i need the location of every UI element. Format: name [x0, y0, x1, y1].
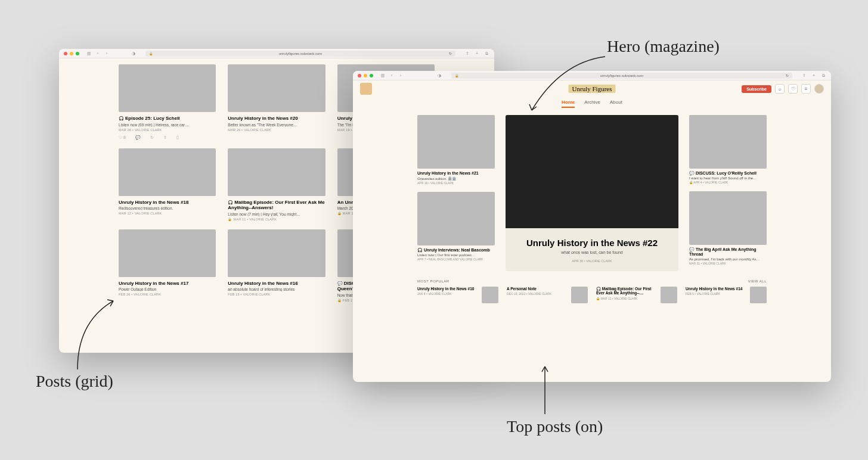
side-title: Unruly History in the News #21: [417, 171, 495, 176]
hero-side-card[interactable]: 💬 The Big April Ask Me Anything Thread A…: [689, 191, 767, 265]
side-thumbnail: [417, 192, 495, 245]
post-thumbnail: [119, 148, 216, 196]
lock-icon: 🔒: [228, 217, 232, 221]
popular-card[interactable]: Unruly History in the News #14 FEB 5 • V…: [686, 287, 767, 303]
comment-icon: 💬: [337, 281, 343, 285]
nav-forward-icon[interactable]: ›: [398, 73, 404, 77]
side-thumbnail: [417, 115, 495, 169]
restack-icon[interactable]: ↻: [150, 135, 154, 140]
side-meta: APR 7 • NEAL BASCOMB AND VALORIE CLARK: [417, 257, 495, 261]
popular-card[interactable]: Unruly History in the News #10 JAN 8 • V…: [417, 287, 498, 303]
like-button[interactable]: ♡ 8: [119, 135, 126, 140]
hero-right-column: 💬 DISCUSS: Lucy O'Reilly Schell I want t…: [689, 115, 767, 271]
headphones-icon: 🎧: [119, 116, 124, 120]
menu-icon[interactable]: ≡: [801, 84, 811, 94]
hero-side-card[interactable]: 🎧 Unruly Interviews: Neal Bascomb Listen…: [417, 192, 495, 261]
site-logo-icon[interactable]: [360, 83, 372, 95]
view-all-link[interactable]: VIEW ALL: [748, 279, 767, 283]
bookmark-icon[interactable]: ▯: [176, 135, 179, 140]
nav-back-icon[interactable]: ‹: [95, 51, 101, 55]
popular-title: A Personal Note: [507, 287, 568, 291]
post-subtitle: Better known as "The Week Everyone…: [228, 123, 325, 127]
post-card[interactable]: 🎧Episode 25: Lucy Schell Listen now (69 …: [119, 64, 216, 140]
hero-feature-title: Unruly History in the News #22: [526, 238, 658, 248]
post-title: Unruly History in the News #20: [228, 116, 325, 122]
side-subtitle: As promised, I'm back with our monthly A…: [689, 257, 767, 261]
traffic-lights[interactable]: [64, 52, 79, 55]
post-card[interactable]: Unruly History in the News #18 Rediscove…: [119, 148, 216, 221]
post-meta: FEB 26 • VALORIE CLARK: [119, 293, 216, 296]
site-title[interactable]: Unruly Figures: [569, 85, 616, 93]
address-bar[interactable]: 🔒 unrulyfigures.substack.com ↻: [145, 51, 455, 57]
annotation-hero: Hero (magazine): [607, 37, 720, 56]
post-engagement: ♡ 8 💬 ↻ ⇧ ▯: [119, 135, 216, 140]
side-subtitle: Gravesites edition. 🪦🏛️: [417, 176, 495, 181]
nav-about[interactable]: About: [610, 100, 622, 108]
browser-chrome: ▥ ‹ › ◑ 🔒 unrulyfigures.substack.com ↻ ⇧…: [59, 49, 494, 58]
post-subtitle: Listen now (69 min) | Heiress, race car…: [119, 123, 216, 127]
tabs-icon[interactable]: ⧉: [820, 73, 826, 78]
sidebar-toggle-icon[interactable]: ▥: [86, 51, 92, 56]
hero-feature-meta: APR 30 • VALORIE CLARK: [572, 259, 612, 263]
new-tab-icon[interactable]: +: [474, 51, 480, 56]
hero-feature[interactable]: Unruly History in the News #22 what once…: [506, 115, 678, 271]
post-meta: 🔒MAR 11 • VALORIE CLARK: [228, 217, 325, 221]
new-tab-icon[interactable]: +: [811, 73, 817, 78]
popular-thumbnail: [661, 287, 677, 303]
nav-archive[interactable]: Archive: [584, 100, 600, 108]
side-title: 💬 The Big April Ask Me Anything Thread: [689, 247, 767, 257]
post-card[interactable]: Unruly History in the News #16 an absolu…: [228, 229, 325, 302]
search-icon[interactable]: ⌕: [775, 84, 785, 94]
shield-icon[interactable]: ◑: [436, 73, 442, 78]
bell-icon[interactable]: ♡: [788, 84, 798, 94]
address-bar[interactable]: 🔒 unrulyfigures.substack.com ↻: [451, 73, 792, 79]
site-header: Unruly Figures Subscribe ⌕ ♡ ≡: [353, 80, 831, 97]
subscribe-button[interactable]: Subscribe: [742, 85, 771, 93]
comment-icon: 💬: [689, 171, 695, 175]
reload-icon[interactable]: ↻: [786, 73, 789, 77]
traffic-lights[interactable]: [358, 74, 373, 77]
headphones-icon: 🎧: [596, 287, 601, 291]
nav-forward-icon[interactable]: ›: [104, 51, 110, 55]
popular-card[interactable]: 🎧 Mailbag Episode: Our First Ever Ask Me…: [596, 287, 677, 303]
post-title: 🎧Episode 25: Lucy Schell: [119, 116, 216, 122]
popular-meta: JAN 8 • VALORIE CLARK: [417, 292, 478, 296]
browser-window-magazine: ▥ ‹ › ◑ 🔒 unrulyfigures.substack.com ↻ ⇧…: [353, 71, 831, 382]
hero-side-card[interactable]: Unruly History in the News #21 Gravesite…: [417, 115, 495, 185]
popular-meta: FEB 5 • VALORIE CLARK: [686, 292, 746, 296]
avatar[interactable]: [814, 84, 824, 94]
popular-title: Unruly History in the News #14: [686, 287, 746, 291]
hero-left-column: Unruly History in the News #21 Gravesite…: [417, 115, 495, 271]
headphones-icon: 🎧: [417, 248, 423, 252]
share-icon[interactable]: ⇧: [464, 51, 470, 56]
shield-icon[interactable]: ◑: [131, 51, 137, 56]
side-meta: 🔒 APR 4 • VALORIE CLARK: [689, 181, 767, 184]
post-title: Unruly History in the News #18: [119, 200, 216, 206]
popular-card[interactable]: A Personal Note DEC 19, 2022 • VALORIE C…: [507, 287, 588, 303]
nav-back-icon[interactable]: ‹: [389, 73, 395, 77]
side-title: 💬 DISCUSS: Lucy O'Reilly Schell: [689, 171, 767, 176]
post-subtitle: Rediscovered treasures edition.: [119, 206, 216, 210]
hero-side-card[interactable]: 💬 DISCUSS: Lucy O'Reilly Schell I want t…: [689, 115, 767, 184]
share-icon[interactable]: ⇧: [801, 73, 807, 78]
reload-icon[interactable]: ↻: [449, 51, 452, 55]
browser-chrome: ▥ ‹ › ◑ 🔒 unrulyfigures.substack.com ↻ ⇧…: [353, 71, 831, 80]
nav-home[interactable]: Home: [562, 100, 575, 108]
annotation-posts: Posts (grid): [36, 372, 113, 391]
comment-icon[interactable]: 💬: [135, 135, 141, 140]
comment-icon: 💬: [689, 247, 695, 251]
tabs-icon[interactable]: ⧉: [483, 51, 489, 56]
share-icon[interactable]: ⇧: [163, 135, 167, 140]
side-meta: APR 16 • VALORIE CLARK: [417, 181, 495, 185]
most-popular-section: MOST POPULAR VIEW ALL Unruly History in …: [353, 271, 831, 303]
sidebar-toggle-icon[interactable]: ▥: [380, 73, 386, 78]
side-subtitle: I want to hear from y'all! Sound off in …: [689, 176, 767, 180]
post-card[interactable]: 🎧Mailbag Episode: Our First Ever Ask Me …: [228, 148, 325, 221]
post-subtitle: Listen now (7 min) | Hey y'all, You migh…: [228, 212, 325, 216]
post-card[interactable]: Unruly History in the News #17 Power Out…: [119, 229, 216, 302]
post-card[interactable]: Unruly History in the News #20 Better kn…: [228, 64, 325, 140]
popular-thumbnail: [571, 287, 588, 303]
most-popular-row: Unruly History in the News #10 JAN 8 • V…: [417, 287, 767, 303]
post-thumbnail: [119, 64, 216, 112]
post-title: 🎧Mailbag Episode: Our First Ever Ask Me …: [228, 200, 325, 211]
